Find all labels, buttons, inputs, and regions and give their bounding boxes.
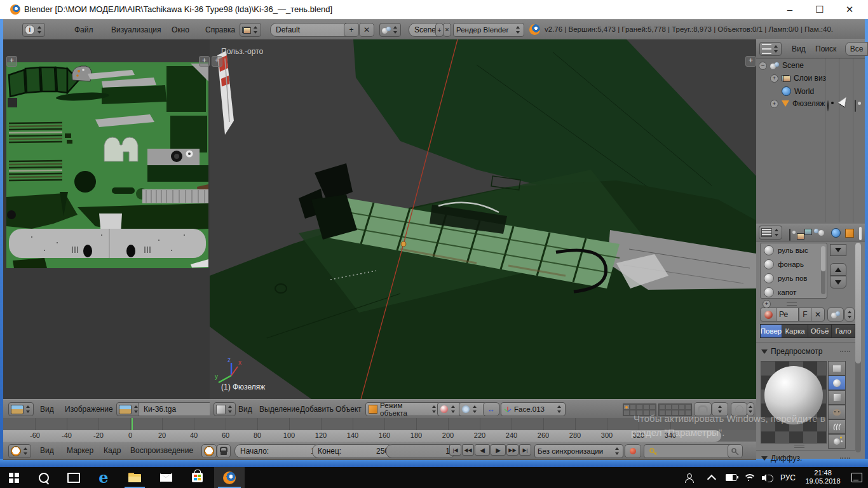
- panel-resize-grip[interactable]: [787, 302, 797, 306]
- preview-hair-button[interactable]: [828, 419, 846, 434]
- taskbar-explorer-button[interactable]: [121, 467, 149, 488]
- material-list-scrollbar[interactable]: [821, 246, 825, 294]
- diffuse-section-header[interactable]: Диффуз.: [761, 454, 802, 463]
- preview-monkey-button[interactable]: [828, 405, 846, 419]
- taskbar-store-button[interactable]: [183, 467, 211, 488]
- selectability-cursor-icon[interactable]: [838, 95, 850, 107]
- scene-icon-button[interactable]: [379, 23, 401, 37]
- layout-close-button[interactable]: ✕: [359, 23, 374, 37]
- timeline-menu-marker[interactable]: Маркер: [67, 446, 93, 455]
- battery-button[interactable]: [722, 467, 740, 488]
- outliner-filter-button[interactable]: Все: [845, 42, 868, 56]
- object-menu[interactable]: Объект: [336, 405, 362, 414]
- render-engine-dropdown[interactable]: Рендер Blender: [453, 23, 524, 37]
- unlink-material-button[interactable]: ✕: [811, 308, 825, 322]
- current-frame-field[interactable]: 1: [386, 444, 456, 458]
- outliner-editor-type-button[interactable]: [759, 42, 782, 56]
- task-view-button[interactable]: [60, 467, 88, 488]
- material-slot[interactable]: капот: [761, 285, 827, 299]
- timeline-editor[interactable]: -60-40-200204060801001201401601802002202…: [3, 418, 756, 459]
- keyframe-insert-button[interactable]: [728, 444, 743, 458]
- frame-start-field[interactable]: Начало:1: [234, 444, 321, 458]
- outliner[interactable]: Вид Поиск Все – Scene + Слои виз World +…: [756, 39, 865, 224]
- keying-set-field[interactable]: [644, 444, 736, 458]
- taskbar-blender-button[interactable]: [214, 467, 245, 488]
- preview-particles-button[interactable]: [828, 434, 846, 449]
- tab-halo[interactable]: Гало: [831, 324, 855, 338]
- outliner-menu-search[interactable]: Поиск: [815, 44, 836, 53]
- timeline-menu-playback[interactable]: Воспроизведение: [130, 446, 193, 455]
- texture-image-canvas[interactable]: [6, 62, 208, 268]
- layer-buttons-group1[interactable]: [623, 403, 656, 416]
- material-slot[interactable]: фонарь: [761, 257, 827, 271]
- material-browse-button[interactable]: [760, 308, 776, 322]
- viewport-3d[interactable]: Польз.-орто + + y z x (1) Фюзеляж: [210, 39, 757, 399]
- volume-button[interactable]: [757, 467, 775, 488]
- timeline-editor-type-button[interactable]: [8, 444, 31, 458]
- material-slot[interactable]: руль выс: [761, 243, 827, 257]
- tab-wire[interactable]: Карка: [782, 324, 808, 338]
- outliner-row-scene[interactable]: – Scene: [759, 61, 804, 70]
- menu-file[interactable]: Файл: [74, 25, 93, 34]
- mode-dropdown[interactable]: Режим объекта: [365, 402, 440, 416]
- outliner-row-renderlayers[interactable]: + Слои виз: [770, 74, 826, 83]
- tab-surface[interactable]: Повер: [760, 324, 782, 338]
- manipulator-toggle-button[interactable]: ↔: [483, 402, 499, 416]
- preview-resize-grip[interactable]: [794, 445, 804, 448]
- collapse-icon[interactable]: –: [759, 62, 767, 70]
- viewport-plus-button-left[interactable]: +: [212, 56, 222, 67]
- material-name-field[interactable]: Ре: [776, 308, 799, 322]
- link-dropdown[interactable]: [844, 308, 855, 322]
- timeline-track[interactable]: [3, 418, 756, 430]
- jump-to-start-button[interactable]: |◀: [449, 444, 461, 456]
- viewport-plus-button-right[interactable]: +: [745, 56, 756, 67]
- properties-editor-type-button[interactable]: [759, 226, 782, 240]
- tab-world-icon[interactable]: [831, 228, 841, 238]
- visibility-eye-icon[interactable]: [827, 100, 829, 112]
- preview-range-button[interactable]: [201, 444, 217, 458]
- menu-help[interactable]: Справка: [205, 25, 235, 34]
- orientation-dropdown[interactable]: Face.013: [501, 402, 566, 416]
- screen-layout-field[interactable]: Default: [270, 23, 353, 37]
- outliner-row-fuselage[interactable]: + Фюзеляж: [770, 99, 825, 108]
- timeline-ruler[interactable]: -60-40-200204060801001201401601802002202…: [3, 430, 721, 442]
- uv-region-plus-button[interactable]: +: [6, 56, 17, 67]
- uv-menu-view[interactable]: Вид: [40, 405, 54, 414]
- tab-object-icon[interactable]: [845, 229, 854, 238]
- uv-menu-image[interactable]: Изображение: [65, 405, 113, 414]
- preview-flat-button[interactable]: [828, 361, 846, 376]
- properties-scrollbar[interactable]: [855, 243, 861, 452]
- outliner-menu-view[interactable]: Вид: [792, 44, 806, 53]
- layer-buttons-group2[interactable]: [658, 403, 692, 416]
- diffuse-section-grip[interactable]: [840, 458, 850, 459]
- preview-sphere-button[interactable]: [828, 376, 846, 390]
- view-menu[interactable]: Вид: [238, 405, 252, 414]
- snap-target-dropdown[interactable]: [712, 402, 728, 416]
- uv-editor-type-button[interactable]: [8, 402, 34, 416]
- material-slot[interactable]: руль пов: [761, 271, 827, 285]
- window-titlebar[interactable]: Blender [D:\МОИ МОДЕЛИ\AIR\Tachikawa Ki-…: [0, 0, 868, 19]
- expand-icon[interactable]: +: [770, 74, 778, 83]
- material-specials-button[interactable]: [830, 244, 846, 256]
- tab-volume[interactable]: Объё: [808, 324, 832, 338]
- menu-render[interactable]: Визуализация: [111, 25, 161, 34]
- image-name-field[interactable]: Ки-36.tga: [138, 402, 215, 416]
- fake-user-button[interactable]: F: [799, 308, 811, 322]
- scene-close-button[interactable]: ✕: [443, 23, 451, 37]
- next-keyframe-button[interactable]: ▶▶: [506, 444, 519, 456]
- timeline-menu-frame[interactable]: Кадр: [104, 446, 121, 455]
- material-slot-list[interactable]: руль выс фонарь руль пов капот: [760, 243, 827, 299]
- preview-section-grip[interactable]: [840, 351, 850, 352]
- expand-icon[interactable]: +: [770, 100, 778, 108]
- properties-editor[interactable]: руль выс фонарь руль пов капот + Ре F ✕ …: [756, 224, 865, 459]
- clock-indicator[interactable]: 21:48 19.05.2018: [802, 469, 844, 485]
- uv-image-editor[interactable]: + + Вид Изображение Ки-36.tga: [3, 39, 210, 399]
- taskbar-mail-button[interactable]: [152, 467, 180, 488]
- preview-cube-button[interactable]: [828, 390, 846, 405]
- viewport-editor-type-button[interactable]: [214, 402, 236, 416]
- viewport-3d-canvas[interactable]: [210, 39, 756, 399]
- start-button[interactable]: [0, 467, 28, 488]
- frame-end-field[interactable]: Конец:250: [312, 444, 395, 458]
- minimize-button[interactable]: –: [775, 0, 804, 19]
- taskbar-edge-button[interactable]: e: [90, 467, 118, 488]
